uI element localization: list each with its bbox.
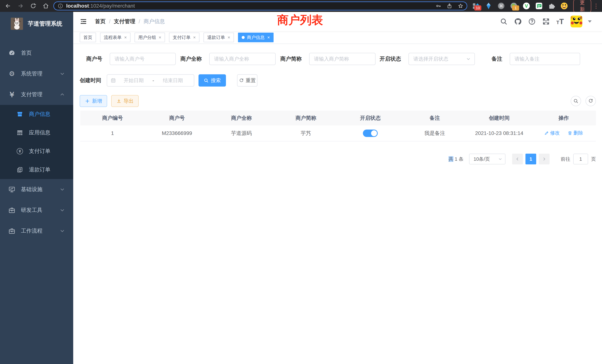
tab-merchant-info[interactable]: 商户信息× <box>238 33 274 42</box>
fullscreen-icon[interactable] <box>542 18 550 25</box>
site-info-icon[interactable] <box>58 3 63 9</box>
close-icon[interactable]: × <box>193 35 196 40</box>
status-select[interactable]: 请选择开启状态 <box>408 53 475 65</box>
search-button[interactable]: 搜索 <box>198 74 226 86</box>
tab-refund-order[interactable]: 退款订单× <box>204 33 234 42</box>
sidebar-item-dev-tools[interactable]: 研发工具 <box>0 200 73 221</box>
start-date-placeholder: 开始日期 <box>116 77 151 84</box>
urlbar-actions <box>436 3 463 9</box>
password-key-icon[interactable] <box>436 3 441 9</box>
next-page-button[interactable] <box>539 154 549 164</box>
delete-link[interactable]: 删除 <box>568 130 583 136</box>
avatar-caret-icon[interactable] <box>588 20 592 23</box>
dashboard-icon <box>8 50 15 56</box>
ext-pin-icon[interactable] <box>485 2 493 10</box>
rabbit-logo-icon <box>11 18 23 30</box>
col-header: 创建时间 <box>467 115 532 122</box>
sidebar-item-app-info[interactable]: 应用信息 <box>0 123 73 142</box>
ext-grid-diamond-icon[interactable]: 10 <box>472 2 480 10</box>
refresh-icon <box>588 98 593 104</box>
ext-emoji-icon[interactable] <box>560 2 568 10</box>
breadcrumb-separator: / <box>139 19 140 25</box>
merchant-full-name-input[interactable] <box>209 53 276 65</box>
goto-page-input[interactable] <box>573 154 588 164</box>
ext-command-icon[interactable]: ⌘ <box>497 2 505 10</box>
page-number-1[interactable]: 1 <box>526 154 536 164</box>
gear-icon: ⚙ <box>8 70 15 77</box>
bookmark-star-icon[interactable] <box>458 3 463 9</box>
tab-pay-order[interactable]: 支付订单× <box>169 33 199 42</box>
add-button[interactable]: 新增 <box>80 95 107 107</box>
search-icon[interactable] <box>500 18 507 25</box>
col-header: 操作 <box>531 115 596 122</box>
monitor-icon <box>8 186 15 193</box>
status-toggle[interactable] <box>363 129 378 137</box>
back-icon[interactable] <box>5 3 11 9</box>
sidebar-item-refund-order[interactable]: 退款订单 <box>0 161 73 179</box>
ext-badge: 10 <box>474 5 481 11</box>
remark-input[interactable] <box>510 53 580 65</box>
yen-circle-icon: ¥ <box>16 148 23 155</box>
reload-icon[interactable] <box>30 3 36 9</box>
breadcrumb-pay[interactable]: 支付管理 <box>114 18 135 25</box>
breadcrumb-current: 商户信息 <box>143 18 165 25</box>
briefcase-icon <box>8 227 15 235</box>
end-date-placeholder: 结束日期 <box>155 77 191 84</box>
sidebar-item-home[interactable]: 首页 <box>0 43 73 63</box>
merchant-short-name-input[interactable] <box>309 53 376 65</box>
prev-page-button[interactable] <box>512 154 523 164</box>
show-search-button[interactable] <box>571 96 581 106</box>
sidebar-item-infra[interactable]: 基础设施 <box>0 179 73 200</box>
tab-home[interactable]: 首页 <box>80 33 96 42</box>
forward-icon[interactable] <box>17 3 24 9</box>
close-icon[interactable]: × <box>267 35 270 40</box>
sidebar-logo[interactable]: 芋道管理系统 <box>0 12 73 32</box>
chevron-down-icon <box>60 187 65 192</box>
ext-puzzle-icon[interactable] <box>548 2 556 10</box>
topbar-actions: TT <box>500 16 602 27</box>
user-avatar[interactable] <box>570 16 582 27</box>
export-button[interactable]: 导出 <box>111 95 139 107</box>
ext-v-logo-icon[interactable]: V <box>523 2 530 10</box>
browser-menu-icon[interactable]: ⋮ <box>593 2 599 10</box>
breadcrumb-home[interactable]: 首页 <box>95 18 106 25</box>
close-icon[interactable]: × <box>159 35 161 40</box>
chevron-down-icon <box>466 56 471 61</box>
help-icon[interactable] <box>528 18 536 25</box>
sidebar-item-label: 退款订单 <box>29 166 50 173</box>
filter-row-2: 创建时间 开始日期 - 结束日期 搜索 重置 <box>80 74 596 86</box>
reset-button[interactable]: 重置 <box>237 74 258 86</box>
refresh-table-button[interactable] <box>585 96 596 106</box>
close-icon[interactable]: × <box>124 35 127 40</box>
github-icon[interactable] <box>514 18 522 25</box>
tab-user-group[interactable]: 用户分组× <box>135 33 165 42</box>
cell-merchant-no: M233666999 <box>145 130 209 136</box>
close-icon[interactable]: × <box>228 35 230 40</box>
filter-label: 开启状态 <box>380 55 401 63</box>
share-icon[interactable] <box>447 3 452 9</box>
sidebar-item-pay-order[interactable]: ¥ 支付订单 <box>0 142 73 161</box>
ext-chat-icon[interactable] <box>535 2 543 10</box>
goto-label: 前往 <box>561 156 570 162</box>
sidebar-item-merchant-info[interactable]: 商户信息 <box>0 105 73 123</box>
sidebar: 芋道管理系统 首页 ⚙ 系统管理 ￥ 支付管理 <box>0 12 73 364</box>
url-bar[interactable]: localhost:1024/pay/merchant <box>53 1 467 10</box>
sidebar-collapse-icon[interactable] <box>80 18 87 25</box>
page-size-select[interactable]: 10条/页 <box>469 154 505 164</box>
app-title: 芋道管理系统 <box>28 20 62 28</box>
sidebar-item-system[interactable]: ⚙ 系统管理 <box>0 63 73 84</box>
sidebar-item-pay[interactable]: ￥ 支付管理 <box>0 84 73 105</box>
search-icon <box>573 98 579 104</box>
url-path: :1024/pay/merchant <box>89 3 135 9</box>
sidebar-item-workflow[interactable]: 工作流程 <box>0 221 73 241</box>
font-size-icon[interactable]: TT <box>556 18 564 25</box>
sidebar-submenu-pay: 商户信息 应用信息 ¥ 支付订单 <box>0 105 73 179</box>
create-time-range-picker[interactable]: 开始日期 - 结束日期 <box>107 74 194 86</box>
edit-link[interactable]: 修改 <box>544 130 560 136</box>
table-header-row: 商户编号 商户号 商户全称 商户简称 开启状态 备注 创建时间 操作 <box>80 111 596 126</box>
merchant-no-input[interactable] <box>110 53 176 65</box>
ext-meet-icon[interactable]: 1 <box>510 2 518 10</box>
col-header: 开启状态 <box>338 115 403 122</box>
home-icon[interactable] <box>43 3 49 9</box>
tab-process-form[interactable]: 流程表单× <box>100 33 130 42</box>
